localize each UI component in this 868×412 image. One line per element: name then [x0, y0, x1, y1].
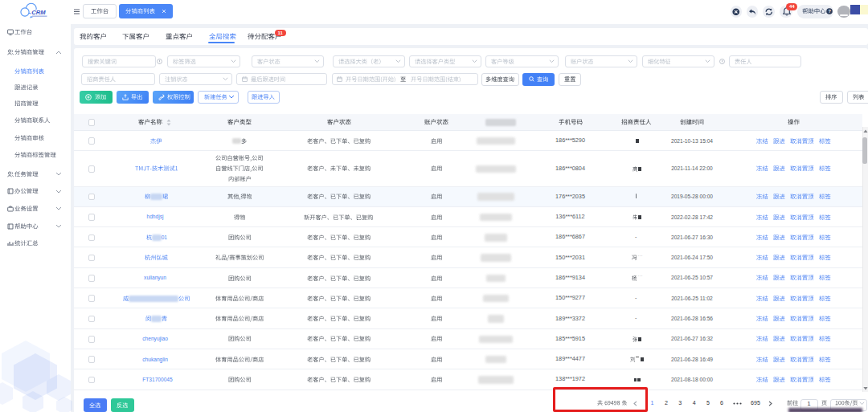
svg-text:CRM: CRM [31, 9, 46, 16]
